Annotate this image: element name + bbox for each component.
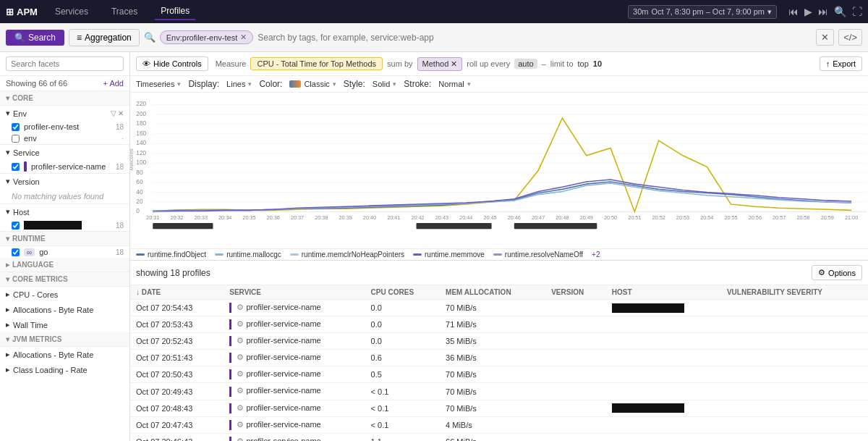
x-label-2037: 20:37 [291, 214, 304, 221]
table-row[interactable]: Oct 07 20:50:43 ⚙ profiler-service-name … [130, 366, 868, 383]
table-row[interactable]: Oct 07 20:46:43 ⚙ profiler-service-name … [130, 433, 868, 441]
search-facets-input[interactable] [6, 56, 124, 71]
facet-checkbox-service[interactable] [12, 163, 20, 171]
lines-select[interactable]: Lines ▾ [226, 80, 252, 88]
chevron-down-icon: ▾ [6, 275, 9, 283]
facet-group-version: ▾ Version No matching values found [0, 174, 129, 204]
th-version[interactable]: VERSION [545, 285, 606, 300]
x-label-2043: 20:43 [435, 214, 448, 221]
segment-3 [514, 223, 597, 229]
th-mem[interactable]: MEM ALLOCATION [440, 285, 545, 300]
th-cpu[interactable]: CPU CORES [365, 285, 440, 300]
td-vuln [721, 433, 868, 441]
env-tag-pill[interactable]: Env:profiler-env-test ✕ [160, 30, 253, 44]
showing-text: Showing 66 of 66 [6, 79, 67, 88]
facet-service-left: ▾ Service [6, 148, 40, 157]
section-core-metrics[interactable]: ▾ CORE METRICS [0, 272, 129, 287]
facet-env-title[interactable]: ▾ Env ▽ ✕ [0, 106, 129, 121]
expand-icon[interactable]: ⛶ [852, 6, 862, 17]
limit-value: 10 [593, 59, 602, 68]
color-select[interactable]: Classic ▾ [289, 80, 336, 88]
search-nav-icon[interactable]: 🔍 [834, 6, 846, 17]
service-color-bar [24, 161, 27, 172]
nav-services[interactable]: Services [49, 4, 94, 20]
timeseries-select[interactable]: Timeseries ▾ [136, 80, 181, 88]
x-label-2058: 20:58 [796, 214, 809, 221]
legend-resolve: runtime.resolveNameOff [493, 251, 583, 259]
nav-traces[interactable]: Traces [106, 4, 143, 20]
section-jvm-metrics[interactable]: ▾ JVM METRICS [0, 332, 129, 347]
facet-checkbox-go[interactable] [12, 248, 20, 256]
x-label-2056: 20:56 [749, 214, 762, 221]
measure-pill[interactable]: CPU - Total Time for Top Methods [250, 57, 383, 70]
search-button[interactable]: 🔍 Search [6, 30, 64, 46]
section-runtime[interactable]: ▾ Runtime [0, 232, 129, 246]
color-label: Color: [259, 79, 282, 89]
facet-checkbox-profiler-env[interactable] [12, 123, 20, 131]
table-row[interactable]: Oct 07 20:47:43 ⚙ profiler-service-name … [130, 416, 868, 433]
section-language[interactable]: ▸ Language [0, 258, 129, 272]
table-row[interactable]: Oct 07 20:49:43 ⚙ profiler-service-name … [130, 383, 868, 400]
aggregation-button[interactable]: ≡ Aggregation [69, 29, 140, 46]
y-label-120: 120 [136, 149, 146, 156]
legend-label-mallocgc: runtime.mallocgc [226, 251, 281, 259]
td-cpu: < 0.1 [365, 416, 440, 433]
options-button[interactable]: ⚙ Options [812, 265, 862, 280]
close-icon[interactable]: ✕ [118, 109, 124, 117]
table-row[interactable]: Oct 07 20:52:43 ⚙ profiler-service-name … [130, 333, 868, 350]
facet-alloc-byte[interactable]: ▸ Allocations - Byte Rate [0, 302, 129, 317]
search-input[interactable] [258, 33, 812, 43]
x-label-2051: 20:51 [628, 214, 641, 221]
next-icon[interactable]: ⏭ [818, 6, 828, 17]
facet-checkbox-host[interactable] [12, 222, 20, 230]
normal-select[interactable]: Normal ▾ [438, 80, 470, 88]
export-button[interactable]: ↑ Export [820, 56, 862, 71]
clear-search-button[interactable]: ✕ [816, 29, 834, 46]
time-selector[interactable]: 30m Oct 7, 8:30 pm – Oct 7, 9:00 pm ▾ [628, 5, 777, 19]
th-vuln[interactable]: VULNERABILITY SEVERITY [721, 285, 868, 300]
nav-profiles[interactable]: Profiles [155, 3, 195, 20]
table-row[interactable]: Oct 07 20:53:43 ⚙ profiler-service-name … [130, 316, 868, 333]
section-core-metrics-label: CORE METRICS [12, 275, 68, 283]
tag-remove-icon[interactable]: ✕ [240, 33, 247, 42]
facet-cpu-cores[interactable]: ▸ CPU - Cores [0, 287, 129, 302]
method-close-icon[interactable]: ✕ [451, 59, 457, 69]
hide-controls-button[interactable]: 👁 Hide Controls [136, 56, 208, 71]
service-icon: ⚙ [237, 403, 244, 412]
code-view-button[interactable]: </> [838, 29, 862, 46]
service-color-bar [229, 403, 231, 413]
facet-service-title[interactable]: ▾ Service [0, 145, 129, 160]
service-color-bar [229, 319, 231, 329]
section-core[interactable]: ▾ CORE [0, 91, 129, 106]
facet-item-runtime-go: ∞ go 18 [0, 246, 129, 258]
td-host [606, 400, 721, 416]
profiles-header: showing 18 profiles ⚙ Options [130, 261, 868, 285]
facet-checkbox-env[interactable] [12, 135, 20, 143]
facet-host-title[interactable]: ▾ Host [0, 204, 129, 219]
legend-label-memclr: runtime.memclrNoHeapPointers [302, 251, 404, 259]
method-label: Method [422, 59, 449, 68]
th-host[interactable]: HOST [606, 285, 721, 300]
table-row[interactable]: Oct 07 20:48:43 ⚙ profiler-service-name … [130, 400, 868, 416]
th-service[interactable]: SERVICE [224, 285, 365, 300]
legend-more[interactable]: +2 [592, 251, 600, 259]
method-pill[interactable]: Method ✕ [417, 57, 463, 71]
th-date[interactable]: ↓ DATE [130, 285, 224, 300]
solid-select[interactable]: Solid ▾ [373, 80, 396, 88]
filter-icon[interactable]: ▽ [111, 109, 116, 117]
table-row[interactable]: Oct 07 20:51:43 ⚙ profiler-service-name … [130, 350, 868, 366]
tag-text: Env:profiler-env-test [166, 33, 237, 42]
chevron-down-icon: ▾ [6, 177, 10, 186]
stroke-label: Stroke: [404, 79, 431, 89]
facet-class-loading[interactable]: ▸ Class Loading - Rate [0, 362, 129, 377]
facet-version-title[interactable]: ▾ Version [0, 174, 129, 189]
facet-jvm-alloc[interactable]: ▸ Allocations - Byte Rate [0, 347, 129, 362]
td-vuln [721, 300, 868, 316]
table-row[interactable]: Oct 07 20:54:43 ⚙ profiler-service-name … [130, 300, 868, 316]
add-facet-button[interactable]: + Add [103, 79, 124, 88]
prev-icon[interactable]: ⏮ [788, 6, 799, 17]
td-service: ⚙ profiler-service-name [224, 433, 365, 441]
facet-wall-time[interactable]: ▸ Wall Time [0, 317, 129, 332]
play-icon[interactable]: ▶ [804, 6, 812, 17]
display-bar: Timeseries ▾ Display: Lines ▾ Color: Cla… [130, 76, 868, 93]
